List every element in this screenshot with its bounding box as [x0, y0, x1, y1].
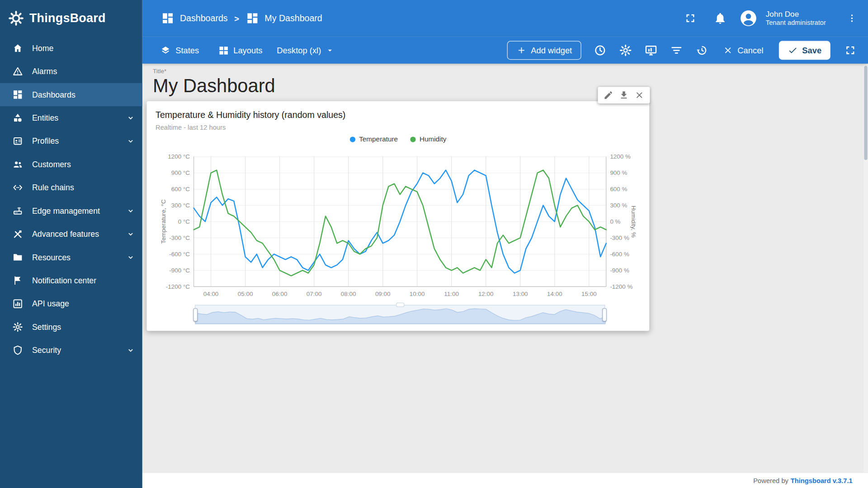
caret-down-icon [326, 46, 335, 55]
sidebar-item-resources[interactable]: Resources [0, 246, 142, 269]
header-actions: John Doe Tenant administrator [679, 7, 860, 29]
save-button[interactable]: Save [779, 41, 830, 60]
sidebar-item-customers[interactable]: Customers [0, 153, 142, 176]
sidebar-item-settings[interactable]: Settings [0, 315, 142, 338]
chevron-down-icon [126, 206, 136, 216]
sidebar-item-label: Customers [32, 160, 136, 169]
gear-icon [619, 43, 632, 56]
chart-widget-card[interactable]: Temperature & Humidity history (random v… [146, 101, 649, 331]
chevron-down-icon [126, 345, 136, 355]
sidebar-item-alarms[interactable]: Alarms [0, 60, 142, 83]
zoom-left-handle[interactable] [193, 308, 198, 321]
user-name: John Doe [766, 9, 826, 19]
sidebar-item-edge-management[interactable]: Edge management [0, 199, 142, 222]
zoom-right-handle[interactable] [602, 308, 607, 321]
sidebar-item-home[interactable]: Home [0, 37, 142, 60]
edit-widget-button[interactable] [604, 90, 613, 100]
states-label: States [175, 45, 199, 55]
rule-chains-icon [12, 182, 23, 193]
app-window: ThingsBoard Home Alarms Dashboards Entit… [0, 0, 868, 488]
check-icon [788, 45, 797, 55]
sidebar-menu: Home Alarms Dashboards Entities Profiles [0, 37, 142, 362]
svg-text:300 °C: 300 °C [171, 202, 190, 209]
time-window-button[interactable] [589, 39, 611, 61]
more-vertical-icon [847, 12, 857, 24]
thingsboard-version-link[interactable]: Thingsboard v.3.7.1 [791, 477, 853, 484]
expand-dashboard-button[interactable] [839, 39, 861, 61]
entity-filter-button[interactable] [665, 39, 688, 61]
layout-select-value: Desktop (xl) [277, 45, 321, 55]
notifications-button[interactable] [709, 7, 731, 29]
layout-select[interactable]: Desktop (xl) [271, 42, 340, 58]
cancel-button[interactable]: Cancel [717, 41, 770, 60]
breadcrumb-my-dashboard[interactable]: My Dashboard [246, 12, 322, 25]
sidebar-item-security[interactable]: Security [0, 338, 142, 361]
export-widget-button[interactable] [619, 90, 629, 100]
svg-text:Humidity, %: Humidity, % [630, 206, 637, 238]
profiles-icon [12, 136, 23, 146]
sidebar-item-advanced-features[interactable]: Advanced features [0, 222, 142, 245]
chart-zoom-range-selector[interactable] [195, 305, 605, 324]
gear-icon [12, 321, 23, 332]
scrollbar-thumb[interactable] [864, 66, 867, 160]
sidebar-item-label: Edge management [32, 206, 117, 216]
sidebar-item-label: Resources [32, 253, 117, 262]
svg-text:06:00: 06:00 [272, 291, 288, 297]
legend-item-humidity[interactable]: Humidity [410, 136, 446, 143]
svg-text:-300 %: -300 % [610, 235, 629, 241]
sidebar-item-notification-center[interactable]: Notification center [0, 269, 142, 292]
timeseries-line-chart: 1200 °C1200 %900 °C900 %600 °C600 %300 °… [158, 150, 638, 298]
add-widget-button[interactable]: Add widget [507, 41, 581, 60]
legend-item-temperature[interactable]: Temperature [349, 136, 398, 143]
svg-text:-600 %: -600 % [610, 251, 629, 258]
humidity-legend-dot [410, 136, 415, 142]
svg-text:Temperature, °C: Temperature, °C [160, 199, 167, 244]
svg-text:-600 °C: -600 °C [169, 251, 190, 258]
zoom-center-notch[interactable] [396, 303, 404, 307]
layouts-button[interactable]: Layouts [212, 41, 268, 59]
svg-text:08:00: 08:00 [341, 291, 356, 297]
sidebar-item-label: Alarms [32, 67, 136, 76]
svg-text:900 %: 900 % [610, 169, 627, 176]
remove-widget-button[interactable] [634, 90, 644, 100]
sidebar-item-api-usage[interactable]: API usage [0, 292, 142, 315]
warning-icon [12, 66, 23, 77]
sidebar-item-label: Advanced features [32, 230, 117, 239]
svg-text:10:00: 10:00 [410, 291, 425, 297]
svg-text:-900 °C: -900 °C [169, 267, 190, 274]
shield-icon [12, 345, 23, 356]
fullscreen-button[interactable] [679, 7, 702, 29]
powered-by-text: Powered by [753, 477, 788, 484]
dashboard-settings-button[interactable] [614, 39, 637, 61]
user-info[interactable]: John Doe Tenant administrator [766, 9, 826, 28]
cancel-label: Cancel [737, 45, 763, 55]
more-menu-button[interactable] [844, 7, 860, 29]
states-button[interactable]: States [155, 41, 205, 59]
chevron-down-icon [126, 113, 136, 123]
thingsboard-logo-icon [8, 10, 24, 27]
history-icon [695, 43, 708, 56]
scrollbar-track[interactable] [863, 64, 868, 473]
sidebar-item-dashboards[interactable]: Dashboards [0, 83, 142, 106]
dashboard-title-input[interactable]: My Dashboard [153, 75, 275, 97]
breadcrumb-label: Dashboards [180, 13, 228, 23]
breadcrumb-dashboards[interactable]: Dashboards [161, 12, 227, 25]
version-history-button[interactable] [691, 39, 713, 61]
dashboards-icon [12, 89, 23, 100]
user-avatar[interactable] [739, 9, 758, 28]
sidebar-item-rule-chains[interactable]: Rule chains [0, 176, 142, 199]
manage-layouts-button[interactable] [640, 39, 662, 61]
sidebar-item-profiles[interactable]: Profiles [0, 130, 142, 153]
advanced-features-icon [12, 229, 23, 239]
svg-text:-300 °C: -300 °C [169, 235, 190, 241]
folder-icon [12, 252, 23, 263]
sidebar-item-entities[interactable]: Entities [0, 106, 142, 129]
sidebar-item-label: Entities [32, 113, 117, 122]
svg-text:0 %: 0 % [610, 218, 620, 225]
breadcrumb-label: My Dashboard [264, 13, 322, 23]
svg-text:1200 %: 1200 % [610, 153, 631, 160]
dashboards-icon [246, 12, 259, 25]
dashboard-toolbar: States Layouts Desktop (xl) Add widget [142, 37, 868, 64]
layers-icon [160, 45, 171, 56]
app-logo[interactable]: ThingsBoard [0, 0, 142, 37]
